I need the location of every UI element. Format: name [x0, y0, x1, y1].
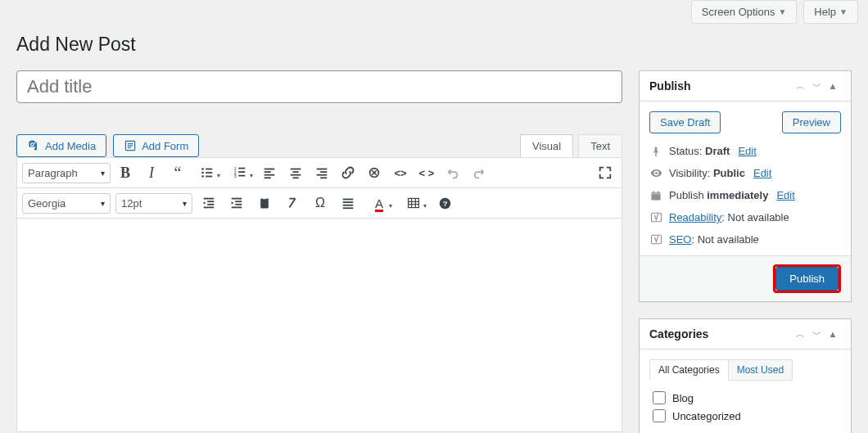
indent-button[interactable]: [225, 192, 248, 214]
post-title-input[interactable]: [16, 70, 622, 103]
svg-rect-21: [292, 171, 298, 173]
outdent-button[interactable]: [197, 192, 220, 214]
move-down-icon[interactable]: ﹀: [808, 326, 825, 342]
bullet-list-button[interactable]: ▾: [192, 161, 222, 184]
svg-rect-31: [207, 204, 214, 205]
svg-rect-16: [264, 169, 275, 170]
chevron-down-icon: ▼: [839, 7, 848, 16]
readability-row: Readability: Not available: [649, 211, 841, 223]
svg-rect-23: [292, 177, 298, 178]
svg-rect-52: [653, 191, 654, 193]
add-form-button[interactable]: Add Form: [113, 134, 199, 157]
categories-title: Categories: [649, 327, 792, 341]
add-media-label: Add Media: [45, 140, 96, 152]
svg-rect-22: [291, 174, 301, 176]
pin-icon: [649, 146, 662, 157]
shortcode-button[interactable]: [363, 161, 386, 184]
toggle-icon[interactable]: ▲: [825, 78, 841, 94]
svg-rect-33: [232, 198, 242, 200]
tab-most-used[interactable]: Most Used: [729, 359, 793, 381]
editor-box: Paragraph ▾ B I “ ▾ 123 ▾: [16, 157, 622, 432]
svg-rect-17: [264, 171, 271, 173]
special-char-button[interactable]: Ω: [309, 192, 332, 214]
categories-postbox: Categories ︿ ﹀ ▲ All Categories Most Use…: [639, 318, 852, 433]
numbered-list-button[interactable]: 123 ▾: [225, 161, 255, 184]
svg-rect-42: [343, 207, 354, 209]
tab-text[interactable]: Text: [578, 134, 622, 157]
readability-link[interactable]: Readability: [669, 211, 721, 223]
svg-rect-41: [343, 205, 354, 206]
bold-button[interactable]: B: [114, 161, 137, 184]
add-form-label: Add Form: [142, 140, 188, 152]
category-item[interactable]: Blog: [649, 389, 841, 407]
publish-button-highlight: Publish: [773, 264, 841, 293]
svg-rect-15: [238, 175, 245, 177]
screen-options-label: Screen Options: [702, 6, 775, 18]
category-item[interactable]: Uncategorized: [649, 407, 841, 425]
chevron-down-icon: ▼: [778, 7, 786, 16]
svg-rect-25: [320, 171, 327, 173]
fullscreen-button[interactable]: [594, 161, 617, 184]
svg-rect-26: [317, 174, 328, 176]
category-checkbox[interactable]: [653, 391, 666, 404]
italic-button[interactable]: I: [140, 161, 163, 184]
svg-rect-36: [232, 207, 242, 209]
svg-rect-51: [651, 192, 660, 194]
svg-rect-34: [235, 201, 242, 202]
eye-icon: [649, 167, 662, 179]
publish-header: Publish ︿ ﹀ ▲: [640, 71, 851, 101]
align-left-button[interactable]: [258, 161, 281, 184]
svg-rect-24: [317, 169, 328, 170]
publish-title: Publish: [649, 79, 792, 92]
category-label: Uncategorized: [672, 410, 741, 422]
yoast-icon: [649, 211, 662, 223]
chevron-down-icon: ▾: [250, 172, 253, 179]
toggle-icon[interactable]: ▲: [825, 326, 841, 342]
save-draft-button[interactable]: Save Draft: [649, 111, 721, 133]
paste-button[interactable]: [253, 192, 276, 214]
link-button[interactable]: [337, 161, 359, 184]
tab-visual[interactable]: Visual: [520, 134, 573, 157]
clear-formatting-button[interactable]: [281, 192, 304, 214]
edit-visibility-link[interactable]: Edit: [753, 167, 771, 179]
blockquote-button[interactable]: “: [166, 161, 189, 184]
svg-point-4: [201, 168, 204, 170]
source-button[interactable]: < >: [415, 161, 438, 184]
page-title: Add New Post: [16, 34, 852, 56]
camera-music-icon: [27, 139, 40, 152]
screen-options-button[interactable]: Screen Options ▼: [691, 0, 798, 24]
svg-rect-53: [658, 191, 658, 193]
svg-rect-43: [409, 198, 419, 207]
category-checkbox[interactable]: [653, 409, 666, 422]
move-up-icon[interactable]: ︿: [792, 326, 808, 342]
add-media-button[interactable]: Add Media: [16, 134, 106, 157]
align-center-button[interactable]: [284, 161, 307, 184]
format-select[interactable]: Paragraph ▾: [22, 163, 111, 183]
redo-button[interactable]: [468, 161, 491, 184]
edit-schedule-link[interactable]: Edit: [776, 189, 794, 201]
yoast-icon: [649, 233, 662, 246]
format-painter-button[interactable]: [337, 192, 359, 214]
insert-tag-button[interactable]: <>: [389, 161, 412, 184]
publish-button[interactable]: Publish: [775, 267, 839, 291]
text-color-button[interactable]: A ▾: [364, 192, 394, 214]
editor-content-area[interactable]: [17, 219, 622, 431]
help-button-toolbar[interactable]: ?: [433, 192, 456, 214]
font-size-select[interactable]: 12pt ▾: [115, 193, 192, 214]
visibility-row: Visibility: Public Edit: [649, 167, 841, 179]
move-down-icon[interactable]: ﹀: [808, 78, 825, 94]
preview-button[interactable]: Preview: [782, 111, 841, 133]
edit-status-link[interactable]: Edit: [738, 145, 756, 157]
help-button[interactable]: Help ▼: [803, 0, 858, 24]
table-button[interactable]: ▾: [399, 192, 428, 214]
undo-button[interactable]: [441, 161, 464, 184]
align-right-button[interactable]: [310, 161, 333, 184]
svg-rect-5: [206, 169, 212, 170]
editor-toolbar-row2: Georgia ▾ 12pt ▾ Ω A ▾: [17, 188, 622, 219]
tab-all-categories[interactable]: All Categories: [649, 359, 729, 381]
move-up-icon[interactable]: ︿: [792, 78, 808, 94]
font-size-label: 12pt: [121, 197, 142, 210]
font-family-select[interactable]: Georgia ▾: [22, 193, 111, 214]
seo-link[interactable]: SEO: [669, 233, 691, 246]
svg-rect-32: [204, 207, 215, 209]
